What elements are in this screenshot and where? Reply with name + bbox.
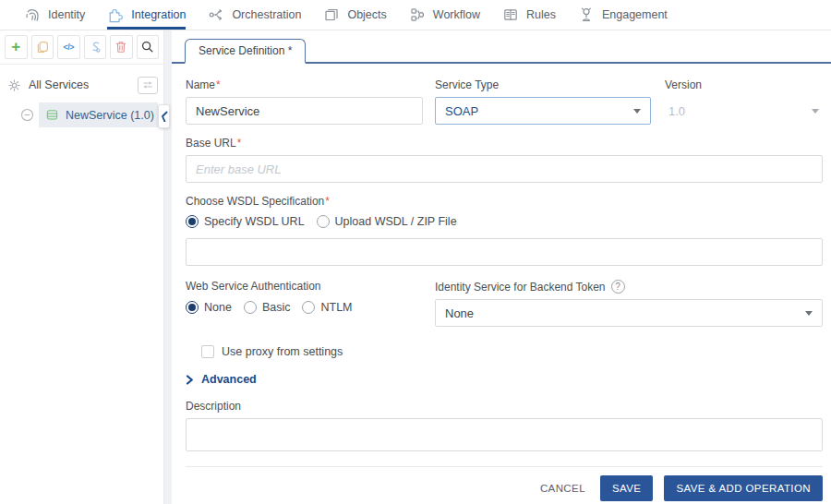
radio-auth-basic[interactable]: Basic: [244, 300, 291, 315]
tab-service-definition[interactable]: Service Definition *: [185, 39, 306, 64]
proxy-checkbox-label: Use proxy from settings: [222, 345, 343, 358]
web-service-auth-label: Web Service Authentication: [186, 280, 423, 293]
nav-tab-label: Identity: [48, 8, 85, 21]
nav-tab-engagement[interactable]: Engagement: [578, 0, 668, 30]
help-icon[interactable]: ?: [611, 280, 625, 294]
nav-tab-orchestration[interactable]: Orchestration: [208, 0, 301, 30]
base-url-field-group: Base URL*: [186, 137, 823, 183]
base-url-input[interactable]: [186, 155, 823, 183]
radio-selected-icon: [186, 215, 199, 228]
main-content: Service Definition * Name* Service Type …: [172, 30, 831, 504]
save-button[interactable]: SAVE: [600, 475, 653, 501]
identity-service-dropdown[interactable]: None: [435, 299, 823, 327]
service-name-label: NewService (1.0): [66, 109, 154, 122]
description-textarea[interactable]: [186, 418, 823, 451]
nav-tab-rules[interactable]: Rules: [502, 0, 556, 30]
sidebar-gutter: [164, 30, 172, 504]
required-mark: *: [216, 78, 221, 91]
services-sidebar: + </> All Services: [0, 30, 164, 504]
nav-tab-label: Engagement: [602, 8, 668, 21]
nav-tab-objects[interactable]: Objects: [323, 0, 386, 30]
proxy-checkbox[interactable]: [201, 345, 214, 358]
radio-label: Basic: [262, 301, 291, 314]
nav-tab-label: Rules: [526, 8, 556, 21]
radio-upload-wsdl-zip[interactable]: Upload WSDL / ZIP File: [317, 214, 457, 229]
identity-service-value: None: [445, 306, 474, 320]
copy-icon: [35, 40, 50, 54]
nav-tab-label: Objects: [347, 8, 386, 21]
chevron-down-icon: [805, 311, 813, 316]
editor-tabbar: Service Definition *: [172, 30, 831, 64]
services-tree: All Services NewService (1.0): [0, 65, 163, 127]
all-services-row[interactable]: All Services: [7, 74, 158, 96]
version-value: 1.0: [668, 104, 685, 118]
chevron-down-icon: [812, 109, 819, 114]
advanced-label: Advanced: [201, 373, 257, 386]
proxy-checkbox-row[interactable]: Use proxy from settings: [201, 345, 823, 358]
service-type-dropdown[interactable]: SOAP: [435, 97, 651, 125]
identity-service-label: Identity Service for Backend Token: [435, 281, 606, 294]
plus-icon: +: [11, 39, 20, 54]
version-field-group: Version 1.0: [665, 78, 823, 125]
wsdl-spec-group: Choose WSDL Specification* Specify WSDL …: [186, 195, 823, 266]
radio-unselected-icon: [317, 215, 330, 228]
app-body: + </> All Services: [0, 30, 831, 504]
gear-icon: [7, 78, 21, 92]
version-label: Version: [665, 78, 823, 91]
copy-service-button[interactable]: [31, 35, 54, 59]
radio-auth-none[interactable]: None: [186, 300, 232, 315]
code-view-button[interactable]: </>: [57, 35, 80, 59]
name-field-group: Name*: [186, 78, 423, 125]
tree-settings-button[interactable]: [138, 77, 158, 94]
top-navigation: Identity Integration Orchestration Objec…: [0, 0, 831, 30]
service-icon: [45, 108, 59, 122]
service-definition-form: Name* Service Type SOAP Version 1.0: [172, 64, 831, 504]
nav-tab-label: Orchestration: [232, 8, 301, 21]
form-row-1: Name* Service Type SOAP Version 1.0: [186, 78, 823, 125]
rules-icon: [502, 6, 519, 23]
nav-tab-identity[interactable]: Identity: [24, 0, 85, 30]
radio-label: NTLM: [320, 301, 352, 314]
radio-specify-wsdl-url[interactable]: Specify WSDL URL: [186, 214, 305, 229]
import-service-button[interactable]: [84, 35, 107, 59]
service-tree-item[interactable]: NewService (1.0): [7, 102, 158, 127]
save-add-operation-button[interactable]: SAVE & ADD OPERATION: [664, 475, 823, 501]
chevron-left-icon: [161, 111, 168, 122]
delete-service-button[interactable]: [110, 35, 133, 59]
chevron-right-icon: [186, 375, 194, 385]
identity-service-group: Identity Service for Backend Token ? Non…: [435, 280, 823, 327]
sidebar-toolbar: + </>: [0, 30, 163, 65]
wsdl-url-input[interactable]: [186, 238, 823, 266]
chevron-down-icon: [633, 109, 641, 114]
objects-icon: [323, 6, 340, 23]
sidebar-collapse-button[interactable]: [158, 104, 170, 128]
sliders-icon: [141, 79, 154, 90]
nav-tab-workflow[interactable]: Workflow: [409, 0, 480, 30]
wsdl-spec-radio-group: Specify WSDL URL Upload WSDL / ZIP File: [186, 214, 823, 229]
description-label: Description: [186, 400, 823, 413]
add-service-button[interactable]: +: [5, 35, 28, 59]
version-dropdown[interactable]: 1.0: [665, 97, 823, 125]
web-service-auth-group: Web Service Authentication None Basic: [186, 280, 423, 327]
tab-label: Service Definition *: [199, 44, 292, 57]
trash-icon: [114, 40, 128, 54]
engagement-icon: [578, 6, 595, 23]
collapse-node-toggle[interactable]: [20, 108, 34, 122]
code-icon: </>: [63, 42, 74, 52]
advanced-toggle[interactable]: Advanced: [186, 373, 823, 386]
radio-unselected-icon: [302, 301, 315, 314]
puzzle-icon: [107, 6, 124, 23]
radio-label: Specify WSDL URL: [204, 215, 305, 228]
selected-service-row[interactable]: NewService (1.0): [39, 102, 158, 127]
search-services-button[interactable]: [137, 35, 160, 59]
cancel-button[interactable]: CANCEL: [536, 475, 589, 501]
nav-tab-integration[interactable]: Integration: [107, 0, 186, 30]
nav-tab-label: Integration: [131, 8, 186, 21]
nav-tab-label: Workflow: [433, 8, 480, 21]
workflow-icon: [409, 6, 426, 23]
orchestration-icon: [208, 6, 224, 23]
import-icon: [88, 40, 102, 54]
name-input[interactable]: [186, 97, 423, 125]
radio-auth-ntlm[interactable]: NTLM: [302, 300, 352, 315]
service-type-field-group: Service Type SOAP: [435, 78, 651, 125]
